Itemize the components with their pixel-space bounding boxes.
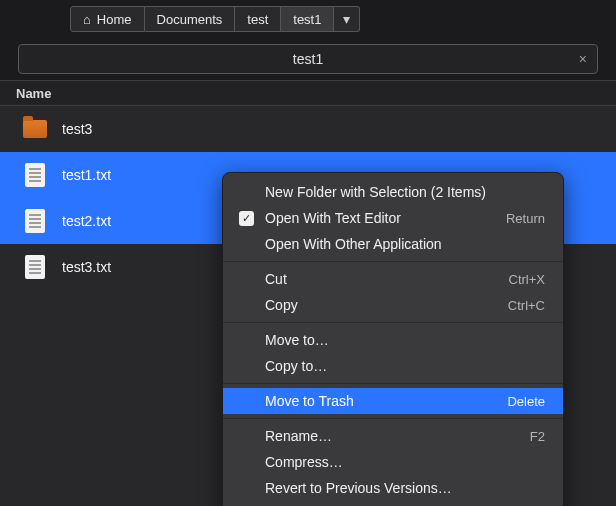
breadcrumb-dropdown-button[interactable]: ▾ xyxy=(334,6,360,32)
breadcrumb-home-label: Home xyxy=(97,12,132,27)
location-value: test1 xyxy=(293,51,323,67)
breadcrumb-segment-label: test xyxy=(247,12,268,27)
clear-icon[interactable]: × xyxy=(579,51,587,67)
menu-item-open-with-other-application[interactable]: Open With Other Application xyxy=(223,231,563,257)
menu-item-accel: F2 xyxy=(530,429,545,444)
menu-item-label: Move to Trash xyxy=(265,393,354,409)
menu-item-label: New Folder with Selection (2 Items) xyxy=(265,184,486,200)
menu-item-label: Revert to Previous Versions… xyxy=(265,480,452,496)
menu-item-label: Cut xyxy=(265,271,287,287)
menu-item-accel: Return xyxy=(506,211,545,226)
menu-item-accel: Delete xyxy=(507,394,545,409)
breadcrumb-segment-label: Documents xyxy=(157,12,223,27)
menu-item-cut[interactable]: Cut Ctrl+X xyxy=(223,266,563,292)
menu-item-label: Open With Other Application xyxy=(265,236,442,252)
menu-item-copy[interactable]: Copy Ctrl+C xyxy=(223,292,563,318)
breadcrumb-segment-current[interactable]: test1 xyxy=(281,6,334,32)
menu-separator xyxy=(223,261,563,262)
menu-item-move-to-trash[interactable]: Move to Trash Delete xyxy=(223,388,563,414)
breadcrumb: ⌂ Home Documents test test1 ▾ xyxy=(0,0,616,38)
column-header-label: Name xyxy=(16,86,51,101)
menu-item-label: Compress… xyxy=(265,454,343,470)
location-input[interactable]: test1 × xyxy=(18,44,598,74)
text-file-icon xyxy=(22,162,48,188)
menu-item-revert-to-previous-versions[interactable]: Revert to Previous Versions… xyxy=(223,475,563,501)
file-name: test1.txt xyxy=(62,167,111,183)
text-file-icon xyxy=(22,254,48,280)
folder-icon xyxy=(22,116,48,142)
menu-item-accel: Ctrl+C xyxy=(508,298,545,313)
menu-separator xyxy=(223,418,563,419)
menu-item-send-to[interactable]: Send to… xyxy=(223,501,563,506)
breadcrumb-home[interactable]: ⌂ Home xyxy=(70,6,145,32)
menu-item-copy-to[interactable]: Copy to… xyxy=(223,353,563,379)
menu-item-label: Move to… xyxy=(265,332,329,348)
menu-item-label: Copy to… xyxy=(265,358,327,374)
menu-item-rename[interactable]: Rename… F2 xyxy=(223,423,563,449)
menu-separator xyxy=(223,383,563,384)
context-menu: New Folder with Selection (2 Items) ✓ Op… xyxy=(222,172,564,506)
menu-item-new-folder-with-selection[interactable]: New Folder with Selection (2 Items) xyxy=(223,179,563,205)
home-icon: ⌂ xyxy=(83,13,91,26)
breadcrumb-segment-documents[interactable]: Documents xyxy=(145,6,236,32)
file-name: test2.txt xyxy=(62,213,111,229)
breadcrumb-segment-label: test1 xyxy=(293,12,321,27)
breadcrumb-segment-test[interactable]: test xyxy=(235,6,281,32)
menu-item-open-with-text-editor[interactable]: ✓ Open With Text Editor Return xyxy=(223,205,563,231)
menu-item-move-to[interactable]: Move to… xyxy=(223,327,563,353)
file-name: test3.txt xyxy=(62,259,111,275)
file-name: test3 xyxy=(62,121,92,137)
column-header-name[interactable]: Name xyxy=(0,80,616,106)
text-file-icon xyxy=(22,208,48,234)
checkbox-icon: ✓ xyxy=(237,209,255,227)
menu-separator xyxy=(223,322,563,323)
menu-item-label: Open With Text Editor xyxy=(265,210,401,226)
menu-item-label: Copy xyxy=(265,297,298,313)
list-item[interactable]: test3 xyxy=(0,106,616,152)
menu-item-label: Rename… xyxy=(265,428,332,444)
chevron-down-icon: ▾ xyxy=(343,11,350,27)
menu-item-compress[interactable]: Compress… xyxy=(223,449,563,475)
menu-item-accel: Ctrl+X xyxy=(509,272,545,287)
